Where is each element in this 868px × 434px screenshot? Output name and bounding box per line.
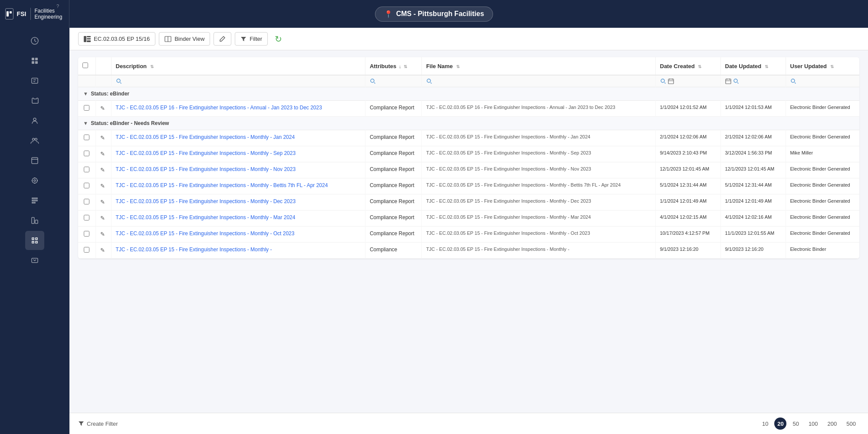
row-edit-icon[interactable]: ✎: [100, 105, 105, 112]
row-checkbox[interactable]: [84, 183, 89, 188]
sidebar-item-5[interactable]: [25, 111, 44, 130]
row-date-updated-cell: 9/1/2023 12:16:20: [720, 243, 786, 259]
svg-point-22: [117, 79, 120, 82]
table-row: ✎ TJC - EC.02.03.05 EP 15 - Fire Extingu…: [78, 210, 859, 227]
page-size-500[interactable]: 500: [843, 419, 859, 429]
row-edit-icon[interactable]: ✎: [100, 247, 105, 253]
pagination: 10 20 50 100 200 500: [759, 418, 859, 430]
sidebar-item-active[interactable]: [25, 231, 44, 250]
row-filename-cell: TJC - EC.02.03.05 EP 15 - Fire Extinguis…: [421, 243, 655, 259]
row-filename-cell: TJC - EC.02.03.05 EP 15 - Fire Extinguis…: [421, 227, 655, 243]
sidebar-item-8[interactable]: [25, 171, 44, 190]
row-description[interactable]: TJC - EC.02.03.05 EP 15 - Fire Extinguis…: [116, 214, 296, 220]
filename-search[interactable]: [426, 78, 651, 84]
row-filename-cell: TJC - EC.02.03.05 EP 15 - Fire Extinguis…: [421, 130, 655, 146]
row-description-cell: TJC - EC.02.03.05 EP 15 - Fire Extinguis…: [111, 146, 365, 162]
row-date-created-cell: 10/17/2023 4:12:57 PM: [655, 227, 720, 243]
row-description[interactable]: TJC - EC.02.03.05 EP 15 - Fire Extinguis…: [116, 134, 295, 140]
calendar-icon-updated[interactable]: [725, 78, 731, 84]
row-date-created-cell: 9/1/2023 12:16:20: [655, 243, 720, 259]
date-created-filter[interactable]: [660, 78, 716, 84]
binder-selector-button[interactable]: EC.02.03.05 EP 15/16: [78, 32, 155, 46]
group-collapse-icon[interactable]: ▾: [84, 120, 87, 126]
row-checkbox[interactable]: [84, 167, 89, 172]
row-checkbox[interactable]: [84, 199, 89, 204]
user-search[interactable]: [790, 78, 855, 84]
sidebar-item-7[interactable]: [25, 151, 44, 170]
filter-icon: [240, 36, 247, 42]
page-size-200[interactable]: 200: [824, 419, 841, 429]
calendar-icon-created[interactable]: [668, 78, 674, 84]
row-edit-icon[interactable]: ✎: [100, 231, 105, 237]
page-size-50[interactable]: 50: [789, 419, 802, 429]
col-filename[interactable]: File Name ⇅: [421, 57, 655, 75]
row-description[interactable]: TJC - EC.02.03.05 EP 15 - Fire Extinguis…: [116, 198, 296, 204]
row-checkbox[interactable]: [84, 151, 89, 156]
row-description[interactable]: TJC - EC.02.03.05 EP 15 - Fire Extinguis…: [116, 150, 296, 156]
col-description-label: Description: [116, 63, 147, 69]
col-date-updated[interactable]: Date Updated ⇅: [720, 57, 786, 75]
row-date-created: 5/1/2024 12:31:44 AM: [660, 182, 707, 187]
row-edit-icon[interactable]: ✎: [100, 199, 105, 205]
sidebar-item-12[interactable]: [25, 251, 44, 270]
row-filename-cell: TJC - EC.02.03.05 EP 15 - Fire Extinguis…: [421, 146, 655, 162]
row-user-updated: Electronic Binder Generated: [790, 214, 850, 220]
row-edit-icon[interactable]: ✎: [100, 215, 105, 221]
refresh-button[interactable]: ↻: [271, 33, 286, 45]
row-description[interactable]: TJC - EC.02.03.05 EP 15 - Fire Extinguis…: [116, 182, 328, 188]
page-size-10[interactable]: 10: [759, 419, 772, 429]
sidebar-item-1[interactable]: [25, 31, 44, 50]
create-filter-btn[interactable]: Create Filter: [78, 421, 118, 427]
row-checkbox[interactable]: [84, 105, 89, 111]
sidebar-item-3[interactable]: [25, 71, 44, 90]
description-search[interactable]: [116, 78, 361, 84]
row-edit-icon[interactable]: ✎: [100, 183, 105, 189]
row-description[interactable]: TJC - EC.02.03.05 EP 16 - Fire Extinguis…: [116, 105, 322, 111]
sidebar-item-10[interactable]: [25, 211, 44, 230]
row-date-updated-cell: 4/1/2024 12:02:16 AM: [720, 210, 786, 227]
row-user-updated: Electronic Binder Generated: [790, 182, 850, 187]
sidebar-item-6[interactable]: [25, 131, 44, 150]
col-date-updated-filter-icon: ⇅: [765, 64, 768, 69]
row-user-updated-cell: Electronic Binder Generated: [786, 162, 859, 178]
select-all-checkbox[interactable]: [82, 62, 88, 68]
date-updated-filter[interactable]: [725, 78, 781, 84]
row-checkbox[interactable]: [84, 135, 89, 140]
row-edit-icon[interactable]: ✎: [100, 167, 105, 173]
col-attributes[interactable]: Attributes ↓ ⇅: [365, 57, 421, 75]
col-description[interactable]: Description ⇅: [111, 57, 365, 75]
row-checkbox[interactable]: [84, 231, 89, 237]
binder-view-button[interactable]: Binder View: [159, 32, 210, 46]
row-filename-cell: TJC - EC.02.03.05 EP 15 - Fire Extinguis…: [421, 178, 655, 194]
col-user-updated[interactable]: User Updated ⇅: [786, 57, 859, 75]
svg-point-13: [32, 178, 37, 183]
page-size-100[interactable]: 100: [805, 419, 822, 429]
attributes-search[interactable]: [370, 78, 417, 84]
help-icon[interactable]: ?: [56, 3, 59, 9]
filter-small-icon: [78, 421, 84, 427]
row-date-updated: 1/1/2024 12:01:49 AM: [725, 198, 772, 204]
group-label: Status: eBinder - Needs Review: [91, 120, 169, 126]
sidebar-item-2[interactable]: [25, 51, 44, 70]
row-description[interactable]: TJC - EC.02.03.05 EP 15 - Fire Extinguis…: [116, 166, 296, 172]
row-description[interactable]: TJC - EC.02.03.05 EP 15 - Fire Extinguis…: [116, 230, 295, 237]
row-user-updated: Mike Miller: [790, 150, 813, 155]
page-size-20-active[interactable]: 20: [774, 418, 786, 430]
filter-button[interactable]: Filter: [235, 32, 268, 46]
row-date-updated-cell: 3/12/2024 1:56:33 PM: [720, 146, 786, 162]
svg-rect-17: [84, 36, 86, 42]
row-checkbox[interactable]: [84, 215, 89, 220]
row-edit-icon[interactable]: ✎: [100, 135, 105, 141]
sidebar-item-4[interactable]: [25, 91, 44, 110]
row-description[interactable]: TJC - EC.02.03.05 EP 15 - Fire Extinguis…: [116, 247, 272, 253]
group-collapse-icon[interactable]: ▾: [84, 91, 87, 97]
row-date-created: 10/17/2023 4:12:57 PM: [660, 230, 710, 236]
edit-button[interactable]: [214, 32, 231, 46]
row-checkbox[interactable]: [84, 247, 89, 253]
location-label: CMS - Pittsburgh Facilities: [396, 10, 484, 18]
row-user-updated: Electronic Binder Generated: [790, 105, 850, 110]
row-edit-icon[interactable]: ✎: [100, 151, 105, 157]
sidebar-item-9[interactable]: [25, 191, 44, 210]
col-date-created[interactable]: Date Created ⇅: [655, 57, 720, 75]
row-checkbox-cell: [78, 227, 95, 243]
